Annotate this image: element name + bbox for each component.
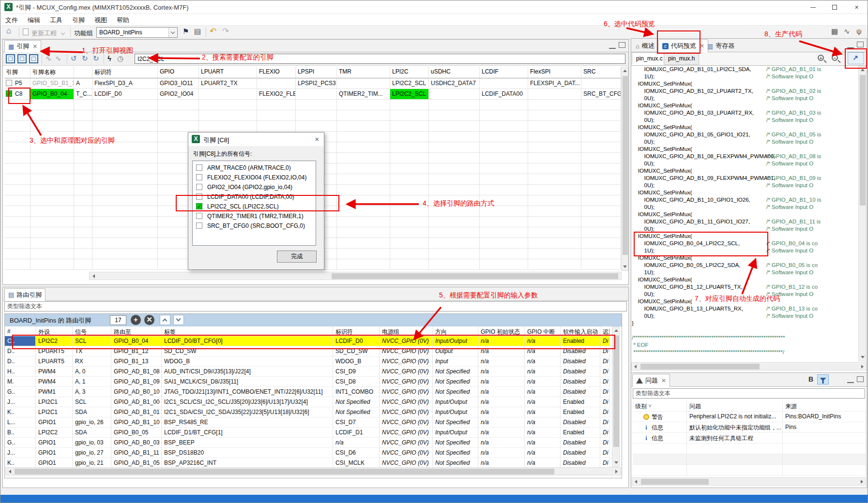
dialog-signal-checkbox-0[interactable] bbox=[196, 164, 202, 171]
tab-code-preview[interactable]: c 代码预览 ✕ bbox=[658, 39, 708, 52]
wave-icon-2[interactable]: ∿ bbox=[55, 54, 61, 63]
dialog-signal-item-6[interactable]: SRC_BT_CFG0 (SRC,BOOT_CFG,0) bbox=[193, 221, 316, 231]
problems-level-r2[interactable]: i信息 bbox=[633, 433, 687, 444]
routed-vscrollbar[interactable] bbox=[612, 326, 620, 467]
rotate-left-icon[interactable]: ↺ bbox=[71, 54, 77, 63]
routed-cell-r7-num[interactable]: K.. bbox=[5, 407, 36, 417]
problems-filter-input[interactable] bbox=[633, 388, 865, 399]
combo-dropdown-icon[interactable] bbox=[168, 28, 177, 37]
code-editor[interactable]: IOMUXC_GPIO_AD_B1_01_LPI2C1_SDA,/* GPIO_… bbox=[632, 66, 859, 361]
clock-icon[interactable]: ◷ bbox=[117, 54, 123, 63]
tab-registers[interactable]: ▥ 寄存器 bbox=[704, 40, 738, 52]
dialog-signal-item-2[interactable]: GPIO2_IO04 (GPIO2,gpio_io,04) bbox=[193, 182, 316, 192]
problems-hscrollbar[interactable] bbox=[632, 477, 866, 486]
dialog-signal-checkbox-4[interactable]: ✓ bbox=[196, 203, 202, 209]
package-view-icon-2[interactable] bbox=[17, 54, 27, 63]
filter-funnel-button[interactable] bbox=[817, 374, 829, 385]
problems-level-r0[interactable]: 警告 bbox=[633, 412, 687, 422]
peripherals-icon[interactable]: ▦ bbox=[831, 27, 838, 36]
code-vscrollbar[interactable] bbox=[858, 66, 866, 361]
dialog-signal-checkbox-3[interactable] bbox=[196, 193, 202, 200]
tab-pin-mux-h[interactable]: pin_mux.h bbox=[664, 52, 699, 65]
redo-icon[interactable]: ↷ bbox=[222, 26, 229, 36]
update-project-dropdown-icon[interactable] bbox=[61, 31, 65, 35]
routed-cell-r11-num[interactable]: J... bbox=[5, 448, 36, 458]
update-project-button[interactable]: 更新工程 bbox=[31, 29, 57, 38]
code-maximize-icon[interactable] bbox=[857, 42, 864, 47]
pins-maximize-icon[interactable] bbox=[619, 42, 625, 48]
problems-level-r1[interactable]: i信息 bbox=[633, 422, 687, 433]
waveform-icon[interactable]: ∿ bbox=[844, 27, 850, 36]
maximize-button[interactable] bbox=[824, 0, 846, 14]
tab-problems-close-icon[interactable]: ✕ bbox=[661, 377, 666, 384]
problems-column-header-2[interactable]: 来源 bbox=[783, 401, 866, 412]
routed-cell-r4-num[interactable]: M. bbox=[5, 377, 36, 387]
dialog-signal-item-3[interactable]: LCDIF_DATA00 (LCDIF,DATA,00) bbox=[193, 192, 316, 202]
dialog-done-button[interactable]: 完成 bbox=[277, 251, 317, 263]
pin-checkbox-P5[interactable] bbox=[6, 80, 12, 86]
routed-count-input[interactable] bbox=[110, 315, 126, 325]
dialog-signal-checkbox-2[interactable] bbox=[196, 184, 202, 190]
routed-cell-r1-num[interactable]: D.. bbox=[5, 346, 36, 356]
dialog-signal-checkbox-6[interactable] bbox=[196, 222, 202, 229]
move-down-button[interactable] bbox=[173, 315, 184, 325]
menu-item-5[interactable]: 帮助 bbox=[112, 14, 134, 27]
tab-pin-mux-c[interactable]: pin_mux.c bbox=[632, 52, 667, 65]
pins-row-C8-pin-cell[interactable]: ✓C8 bbox=[4, 89, 30, 100]
routed-hscrollbar[interactable] bbox=[5, 467, 621, 475]
dialog-signal-checkbox-5[interactable] bbox=[196, 213, 202, 219]
routed-cell-r12-num[interactable]: K.. bbox=[5, 458, 36, 468]
routed-cell-r5-num[interactable]: G.. bbox=[5, 387, 36, 397]
problems-column-header-0[interactable]: 级别 ˅ bbox=[633, 401, 687, 412]
tab-pins[interactable]: ▦ 引脚 ✕ bbox=[4, 40, 41, 52]
form-icon[interactable]: ▤ bbox=[194, 27, 201, 36]
rotate-right-icon[interactable]: ↻ bbox=[82, 54, 88, 63]
problems-minimize-icon[interactable] bbox=[847, 377, 854, 383]
dialog-close-icon[interactable]: × bbox=[315, 135, 319, 143]
zoom-in-icon[interactable]: + bbox=[818, 55, 824, 61]
update-code-button[interactable]: ↗ bbox=[848, 52, 864, 64]
tab-pins-close-icon[interactable]: ✕ bbox=[32, 43, 37, 50]
pin-checkbox-C8[interactable]: ✓ bbox=[6, 90, 12, 97]
menu-item-3[interactable]: 引脚 bbox=[67, 14, 90, 27]
routed-cell-r2-num[interactable]: D.. bbox=[5, 356, 36, 367]
undo-icon[interactable]: ↶ bbox=[210, 26, 216, 36]
routed-cell-r3-num[interactable]: H.. bbox=[5, 367, 36, 377]
pins-search-input[interactable] bbox=[135, 54, 625, 64]
functional-group-select[interactable]: BOARD_InitPins bbox=[96, 27, 178, 38]
package-view-icon-1[interactable] bbox=[6, 54, 15, 63]
pins-vscrollbar[interactable] bbox=[621, 67, 628, 271]
tab-overview[interactable]: ⌂ 概述 bbox=[632, 40, 658, 52]
flag-icon[interactable]: ⚑ bbox=[183, 27, 189, 36]
routed-filter-input[interactable] bbox=[4, 301, 627, 311]
dialog-signal-item-0[interactable]: ARM_TRACE0 (ARM,TRACE,0) bbox=[193, 163, 316, 173]
problems-maximize-icon[interactable] bbox=[857, 376, 864, 382]
code-hscrollbar[interactable] bbox=[631, 362, 867, 370]
wave-icon-1[interactable]: ∿ bbox=[46, 54, 52, 63]
close-button[interactable]: × bbox=[846, 0, 868, 14]
package-view-icon-3[interactable] bbox=[29, 54, 38, 63]
pins-minimize-icon[interactable] bbox=[609, 43, 616, 49]
menu-item-4[interactable]: 视图 bbox=[90, 14, 112, 27]
move-up-button[interactable] bbox=[160, 315, 170, 325]
dialog-signal-item-4[interactable]: ✓LPI2C2_SCL (LPI2C2,SCL) bbox=[193, 202, 316, 211]
rotate-right-icon-2[interactable]: ↻ bbox=[93, 54, 99, 63]
pins-hscrollbar[interactable] bbox=[89, 272, 622, 280]
add-pin-button[interactable]: + bbox=[131, 315, 141, 325]
dialog-signal-item-1[interactable]: FLEXIO2_FLEXIO04 (FLEXIO2,IO,04) bbox=[193, 173, 316, 182]
menu-item-2[interactable]: 工具 bbox=[45, 14, 67, 27]
dialog-signal-checkbox-1[interactable] bbox=[196, 174, 202, 180]
routed-cell-r10-num[interactable]: G.. bbox=[5, 438, 36, 448]
home-icon[interactable]: ⌂ bbox=[6, 26, 11, 36]
dialog-signal-item-5[interactable]: QTIMER2_TIMER1 (TMR2,TIMER,1) bbox=[193, 211, 316, 221]
lightning-icon[interactable]: ϟ bbox=[107, 54, 111, 62]
bold-filter-icon[interactable]: B bbox=[808, 375, 813, 383]
routed-cell-r0-num[interactable]: C.. bbox=[5, 336, 36, 346]
routed-cell-r9-num[interactable]: B.. bbox=[5, 428, 36, 438]
pins-row-P5-pin-cell[interactable]: P5 bbox=[4, 78, 30, 89]
tab-routed-pins[interactable]: ▤ 路由引脚 bbox=[4, 288, 46, 301]
remove-pin-button[interactable]: ✕ bbox=[144, 315, 154, 325]
routed-cell-r6-num[interactable]: J... bbox=[5, 397, 36, 407]
menu-item-0[interactable]: 文件 bbox=[0, 14, 23, 27]
routed-cell-r8-num[interactable]: L... bbox=[5, 417, 36, 428]
